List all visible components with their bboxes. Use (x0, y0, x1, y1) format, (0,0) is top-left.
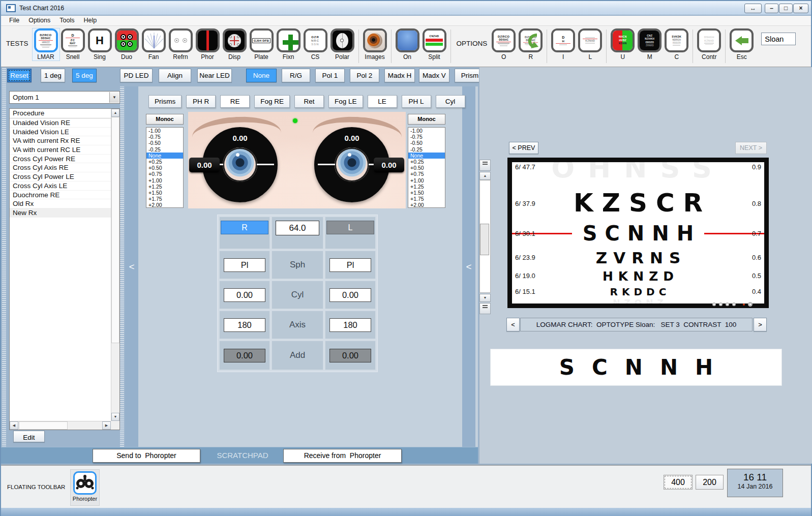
lens-power-option[interactable]: +0.25 (408, 159, 445, 165)
scrollbar-grip-button[interactable] (479, 160, 491, 171)
left-splitter-handle[interactable] (2, 67, 6, 464)
sphere-le-field[interactable]: Pl (329, 258, 371, 272)
lens-power-tab[interactable]: 0.00 (189, 158, 220, 172)
test-snellen-button[interactable]: D ZC NHY Snell (59, 28, 86, 60)
scroll-up-icon[interactable]: ▲ (111, 109, 119, 117)
procedure-item[interactable]: Cross Cyl Axis LE (10, 181, 111, 191)
tab-re[interactable]: RE (220, 95, 250, 108)
near-led-button[interactable]: Near LED (197, 69, 232, 82)
lens-power-option[interactable]: +0.25 (146, 159, 183, 165)
lens-power-option[interactable]: +1.50 (146, 190, 183, 196)
deg-1-button[interactable]: 1 deg (41, 69, 65, 82)
axis-le-field[interactable]: 180 (329, 318, 371, 332)
lens-power-option-selected[interactable]: None (408, 153, 445, 159)
procedure-horizontal-scrollbar[interactable]: ◀ ▶ (10, 421, 111, 430)
deg-5-button[interactable]: 5 deg (72, 69, 97, 82)
procedure-item[interactable]: Duochrome RE (10, 191, 111, 200)
scrollbar-thumb[interactable] (111, 117, 119, 343)
lens-power-option[interactable]: -1.00 (146, 128, 183, 134)
left-eye-header[interactable]: L (326, 221, 374, 234)
lens-power-option[interactable]: +1.00 (408, 177, 445, 184)
cylinder-re-field[interactable]: 0.00 (224, 288, 265, 302)
optotype-input[interactable] (761, 33, 796, 45)
pd-value-field[interactable]: 64.0 (276, 221, 319, 235)
lens-power-option[interactable]: -0.25 (146, 146, 183, 153)
split-screen-button[interactable]: CNZHD Split (421, 28, 448, 60)
menu-help[interactable]: Help (79, 16, 102, 25)
tab-le[interactable]: LE (368, 95, 397, 108)
tab-ph-l[interactable]: PH L (402, 95, 431, 108)
procedure-item[interactable]: Old Rx (10, 199, 111, 208)
next-chart-button[interactable]: NEXT > (735, 142, 767, 154)
procedure-item[interactable]: Cross Cyl Axis RE (10, 163, 111, 172)
procedure-item[interactable]: Unaided Vision LE (10, 128, 111, 137)
prev-chart-button[interactable]: < PREV (509, 142, 538, 154)
sphere-re-field[interactable]: Pl (224, 258, 265, 272)
lens-power-option[interactable]: -0.50 (408, 140, 445, 146)
scroll-down-icon[interactable]: ▼ (111, 413, 119, 421)
lens-power-option[interactable]: +2.00 (408, 202, 445, 208)
option-contrast-button[interactable]: DSHGH KZNHD Contr (696, 28, 723, 60)
option-crowding-button[interactable]: SVKDK NDRGH RDDZR C (663, 28, 690, 60)
test-fixation-button[interactable]: Fixn (275, 28, 302, 60)
option-single-line-button[interactable]: KZNHD L (577, 28, 604, 60)
collapse-left-handle[interactable]: < (125, 86, 138, 447)
distance-400-button[interactable]: 400 (664, 475, 693, 490)
tab-ret[interactable]: Ret (294, 95, 324, 108)
menu-options[interactable]: Options (24, 16, 55, 25)
close-button[interactable]: × (793, 4, 808, 13)
screen-on-button[interactable]: On (394, 28, 421, 60)
tab-fog-le[interactable]: Fog LE (328, 95, 363, 108)
test-lmar-button[interactable]: DZRCO DDSHC HKKZZ LMAR (33, 28, 59, 60)
cylinder-le-field[interactable]: 0.00 (329, 288, 371, 302)
filter-none-button[interactable]: None (246, 69, 277, 82)
monoc-button-re[interactable]: Monoc (146, 114, 184, 125)
procedure-item[interactable]: VA with current Rx RE (10, 136, 111, 145)
scroll-up-icon[interactable]: ▲ (479, 172, 491, 180)
lens-power-tab[interactable]: 0.00 (374, 158, 404, 172)
tab-ph-r[interactable]: PH R (186, 95, 216, 108)
test-images-button[interactable]: Images (362, 28, 388, 60)
option-randomize-button[interactable]: DZRCO DDSHC R (517, 28, 544, 60)
pd-led-button[interactable]: PD LED (120, 69, 153, 82)
maximize-button[interactable]: □ (779, 4, 793, 13)
lens-power-option[interactable]: +0.50 (146, 165, 183, 171)
restore-size-button[interactable]: ↔ (744, 4, 762, 13)
sidebar-splitter-handle[interactable] (120, 86, 124, 447)
option-duochrome-underlay-button[interactable]: NHCN HVBZ KDHN U (609, 28, 636, 60)
lens-power-option[interactable]: +1.50 (408, 190, 445, 196)
reset-button[interactable]: Reset (7, 69, 32, 82)
align-button[interactable]: Align (159, 69, 191, 82)
lens-power-option[interactable]: -0.75 (408, 134, 445, 140)
lens-power-option[interactable]: +0.75 (408, 171, 445, 177)
lens-power-option[interactable]: -0.75 (146, 134, 183, 140)
lens-power-option[interactable]: +1.25 (146, 184, 183, 190)
test-duochrome-button[interactable]: Duo (113, 28, 140, 60)
procedure-item[interactable]: Cross Cyl Power RE (10, 155, 111, 164)
option-single-column-button[interactable]: D H I (550, 28, 577, 60)
lens-power-option[interactable]: +1.25 (408, 184, 445, 190)
distance-200-button[interactable]: 200 (696, 475, 724, 490)
collapse-right-handle[interactable]: < (462, 86, 475, 447)
chart-scrollbar-thumb[interactable] (480, 224, 489, 255)
axis-re-field[interactable]: 180 (224, 318, 265, 332)
pol-1-button[interactable]: Pol 1 (315, 69, 345, 82)
menu-file[interactable]: File (5, 16, 24, 25)
lens-power-option[interactable]: -1.00 (408, 128, 445, 134)
chart-set-next-button[interactable]: > (754, 318, 767, 331)
menu-tools[interactable]: Tools (55, 16, 79, 25)
scrollbar-thumb[interactable] (19, 421, 68, 430)
test-polarized-button[interactable]: Polar (329, 28, 356, 60)
trial-lens-right-eye[interactable]: 0.00 0.00 (202, 127, 278, 202)
pol-2-button[interactable]: Pol 2 (350, 69, 379, 82)
trial-lens-left-eye[interactable]: 0.00 0.00 (314, 127, 389, 202)
lens-power-option[interactable]: +1.75 (146, 196, 183, 202)
lens-power-option[interactable]: -0.50 (146, 140, 183, 146)
scrollbar-grip-button[interactable] (479, 303, 491, 314)
test-refraction-button[interactable]: Refrn (167, 28, 194, 60)
escape-button[interactable]: Esc (728, 28, 755, 60)
lens-power-option[interactable]: +1.00 (146, 177, 183, 184)
test-single-letter-button[interactable]: H Duo Sing (86, 28, 113, 60)
red-green-button[interactable]: R/G (282, 69, 310, 82)
lens-power-option-selected[interactable]: None (146, 153, 183, 159)
